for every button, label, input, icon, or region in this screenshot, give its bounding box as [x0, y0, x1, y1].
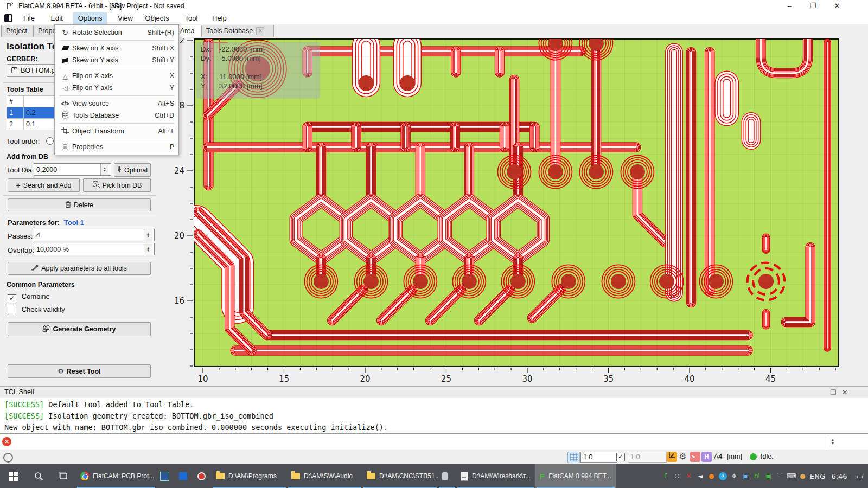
taskbar-d-am-cnc-stb51-[interactable]: D:\AM\CNC\STB51...: [362, 464, 438, 488]
taskbar-flatcam-8-994-bet-[interactable]: FFlatCAM 8.994 BET...: [535, 464, 616, 488]
dots-icon[interactable]: ∷: [672, 472, 683, 480]
hud-row: Dy:-5.0000 [mm]: [201, 54, 316, 63]
tcl-shell-output[interactable]: [SUCCESS] Default tool added to Tool Tab…: [0, 398, 868, 434]
passes-input[interactable]: 4 ▲▼: [34, 229, 155, 241]
tab-close-icon[interactable]: ✕: [256, 27, 264, 35]
green-app-icon[interactable]: ▣: [763, 472, 774, 480]
hud-label: Y:: [201, 81, 219, 91]
check-validity-checkbox[interactable]: [8, 305, 16, 313]
menu-objects[interactable]: Objects: [140, 12, 174, 24]
apply-parameters-button[interactable]: Apply parameters to all tools: [8, 262, 151, 275]
grid-y-input[interactable]: 1.0: [628, 452, 667, 463]
tool-dia-spinner[interactable]: ▲▼: [100, 164, 108, 175]
color-ball-icon[interactable]: ●: [797, 472, 808, 480]
taskbar-d-am-programs[interactable]: D:\AM\Programs: [212, 464, 287, 488]
close-button[interactable]: ✕: [825, 0, 849, 12]
menu-item-object-transform[interactable]: Object TransformAlt+T: [55, 125, 178, 137]
grid-x-input[interactable]: 1.0: [580, 452, 617, 463]
start-button[interactable]: [0, 464, 26, 488]
menu-item-view-source[interactable]: </>View sourceAlt+S: [55, 98, 178, 110]
hl-icon[interactable]: hl: [751, 472, 763, 480]
speaker-icon[interactable]: ◄: [694, 472, 706, 480]
flatcam-tray-icon[interactable]: F: [660, 472, 672, 480]
share-icon[interactable]: ❖: [729, 472, 740, 480]
tool-order-radio[interactable]: [46, 137, 54, 145]
menu-edit[interactable]: Edit: [46, 12, 67, 24]
notification-center-icon[interactable]: ▭: [852, 472, 868, 480]
axis-toggle-icon[interactable]: [667, 452, 677, 462]
svg-text:25: 25: [441, 374, 451, 384]
overlap-input[interactable]: 10,0000 % ▲▼: [34, 243, 155, 255]
orange-dot-icon[interactable]: ●: [706, 472, 717, 480]
shell-clear-icon[interactable]: ✕: [2, 437, 11, 446]
hud-toggle-icon[interactable]: H: [701, 452, 712, 462]
language-indicator[interactable]: ENG: [808, 472, 827, 480]
task-view-button[interactable]: [51, 464, 76, 488]
app-menu-icon[interactable]: [4, 14, 12, 22]
optimal-button[interactable]: Optimal: [114, 163, 151, 177]
reset-tool-button[interactable]: ⚙ Reset Tool: [8, 364, 151, 378]
keyboard-icon[interactable]: ⌨: [786, 472, 797, 480]
grid-snap-icon[interactable]: [567, 452, 580, 463]
grid-link-checkbox[interactable]: ✓: [616, 453, 625, 461]
tool-dia-input[interactable]: 0,2000 ▲▼: [34, 163, 111, 176]
preferences-gear-icon[interactable]: ⚙: [679, 451, 686, 461]
taskbar-d-am-sw-audio[interactable]: D:\AM\SW\Audio: [287, 464, 362, 488]
menu-item-skew-on-x-axis[interactable]: Skew on X axisShift+X: [55, 42, 178, 54]
generate-geometry-button[interactable]: Generate Geometry: [8, 322, 151, 336]
menu-item-shortcut: Alt+S: [158, 100, 174, 107]
shell-toggle-icon[interactable]: >_: [690, 452, 700, 462]
minimize-button[interactable]: –: [777, 0, 801, 12]
shell-float-icon[interactable]: ❐: [830, 388, 836, 396]
taskbar-bluedoc-icon[interactable]: [156, 464, 175, 488]
taskbar-flatcam-pcb-prot-[interactable]: FlatCAM: PCB Prot...: [76, 464, 156, 488]
menu-help[interactable]: Help: [207, 12, 232, 24]
menu-item-skew-on-y-axis[interactable]: Skew on Y axisShift+Y: [55, 54, 178, 66]
menu-options[interactable]: Options: [73, 12, 107, 24]
monitor-icon[interactable]: ▣: [740, 472, 751, 480]
clock[interactable]: 6:46: [827, 472, 852, 480]
skew-y-icon: [58, 56, 72, 64]
tcl-shell-header[interactable]: TCL Shell ❐ ✕: [0, 386, 868, 399]
menu-item-tools-database[interactable]: Tools DatabaseCtrl+D: [55, 110, 178, 121]
combine-checkbox[interactable]: ✓: [8, 294, 16, 303]
passes-spinner[interactable]: ▲▼: [144, 229, 152, 241]
taskbar-device-icon[interactable]: [438, 464, 456, 488]
tcl-shell-input-row[interactable]: ✕ ▲▼: [0, 434, 868, 450]
search-button[interactable]: [26, 464, 51, 488]
menu-item-rotate-selection[interactable]: ↻Rotate SelectionShift+(R): [55, 27, 178, 38]
folder-icon: [367, 473, 375, 479]
menu-tool[interactable]: Tool: [180, 12, 203, 24]
combine-row[interactable]: ✓ Combine: [8, 292, 50, 303]
shell-history-spinner[interactable]: ▲▼: [828, 435, 837, 447]
chrome-icon: [80, 472, 89, 480]
menu-item-flip-on-y-axis[interactable]: ◁Flip on Y axisY: [55, 82, 178, 94]
hud-overlay: Dx:-22.0000 [mm]Dy:-5.0000 [mm]X:11.0000…: [196, 42, 320, 99]
wifi-icon[interactable]: ⌒: [774, 472, 786, 481]
gear-icon: ⚙: [58, 367, 63, 375]
telegram-icon[interactable]: ✈: [719, 472, 727, 480]
taskbar-d-am-wireshark-[interactable]: D:\AM\Wireshark\т...: [456, 464, 535, 488]
plot-canvas-area[interactable]: 16202428321015202530354045 Dx:-22.0000 […: [161, 37, 868, 386]
shell-command-input[interactable]: [15, 435, 820, 448]
delete-button[interactable]: Delete: [8, 198, 151, 211]
check-validity-row[interactable]: Check validity: [8, 305, 65, 313]
pick-from-db-button[interactable]: Pick from DB: [83, 178, 151, 192]
tab-tools-database[interactable]: Tools Database✕: [201, 25, 274, 37]
shell-close-icon[interactable]: ✕: [842, 388, 847, 396]
menu-item-flip-on-x-axis[interactable]: △Flip on X axisX: [55, 70, 178, 82]
restore-button[interactable]: ❐: [801, 0, 825, 12]
taskbar-reddot-icon[interactable]: [193, 464, 212, 488]
taskbar-button-label: D:\AM\CNC\STB51...: [379, 472, 438, 480]
taskbar-photos-icon[interactable]: [175, 464, 193, 488]
check-validity-label: Check validity: [22, 305, 65, 313]
activity-indicator-icon: [3, 453, 13, 463]
search-and-add-button[interactable]: + Search and Add: [8, 178, 80, 192]
menu-file[interactable]: File: [18, 12, 40, 24]
menu-item-properties[interactable]: PropertiesP: [55, 141, 178, 153]
menu-item-label: Skew on X axis: [72, 44, 152, 52]
overlap-spinner[interactable]: ▲▼: [144, 243, 152, 255]
db-search-icon: [92, 181, 100, 190]
menu-view[interactable]: View: [113, 12, 138, 24]
red-x-icon[interactable]: ✕: [683, 472, 694, 480]
